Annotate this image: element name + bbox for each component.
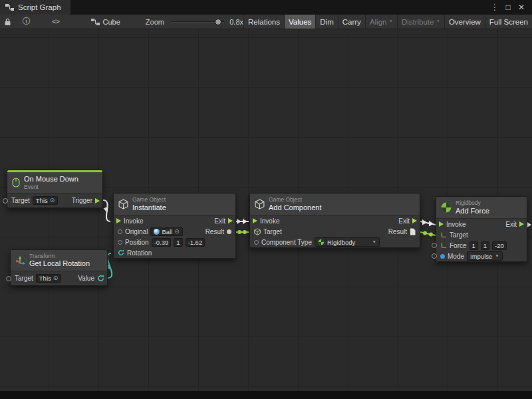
result-output-port[interactable] <box>227 229 231 234</box>
node-subtitle: Game Object <box>269 196 322 203</box>
node-add-component[interactable]: Game Object Add Component Invoke Exit Ta… <box>249 193 420 248</box>
node-title: Instantiate <box>132 203 166 212</box>
info-button[interactable]: ⓘ <box>21 16 33 28</box>
node-subtitle: Transform <box>29 253 90 259</box>
node-subtitle: Game Object <box>132 196 166 203</box>
exit-output-port[interactable] <box>412 218 417 223</box>
node-add-force[interactable]: Rigidbody Add Force Invoke Exit Target <box>436 196 527 262</box>
lock-button[interactable] <box>2 16 14 28</box>
target-input-port[interactable] <box>3 198 8 203</box>
node-header[interactable]: On Mouse Down Event <box>7 172 102 194</box>
relations-button[interactable]: Relations <box>243 15 284 29</box>
zoom-slider-thumb[interactable] <box>215 19 221 25</box>
mode-dropdown[interactable]: Impulse ▼ <box>467 251 503 261</box>
invoke-input-port[interactable] <box>439 221 444 227</box>
zoom-label: Zoom <box>146 18 164 26</box>
force-z-field[interactable]: -20 <box>492 241 507 250</box>
port-label: Target <box>15 275 33 282</box>
close-button[interactable]: ✕ <box>515 3 528 12</box>
zoom-value: 0.8x <box>229 18 243 26</box>
exit-output-port[interactable] <box>519 221 524 227</box>
object-field[interactable]: This⊙ <box>33 196 59 205</box>
node-title: Add Force <box>456 207 489 215</box>
port-row: Mode Impulse ▼ <box>436 251 527 261</box>
port-label: Target <box>11 197 30 204</box>
position-input-port[interactable] <box>118 240 122 245</box>
graph-canvas[interactable]: On Mouse Down Event Target This⊙ Trigger <box>0 29 532 399</box>
port-label: Invoke <box>446 221 466 228</box>
node-subtitle: Event <box>24 184 78 190</box>
vector-icon <box>440 242 447 249</box>
node-header[interactable]: Game Object Instantiate <box>114 194 235 215</box>
port-row: Component Type Rigidbody ▼ <box>250 237 420 247</box>
node-get-local-rotation[interactable]: Transform Get Local Rotation Target This… <box>10 249 108 286</box>
invoke-input-port[interactable] <box>253 218 257 223</box>
caret-down-icon: ▼ <box>372 240 376 245</box>
port-label: Exit <box>214 217 225 225</box>
cube-icon <box>118 199 128 209</box>
overview-button[interactable]: Overview <box>444 15 485 29</box>
code-view-button[interactable]: <> <box>50 16 62 28</box>
window-title: Script Graph <box>18 3 61 11</box>
original-input-port[interactable] <box>118 229 122 234</box>
graph-icon <box>91 18 100 26</box>
port-label: Invoke <box>124 217 143 225</box>
window-menu-button[interactable]: ⋮ <box>488 3 501 12</box>
transform-icon <box>15 255 25 265</box>
position-z-field[interactable]: -1.62 <box>186 238 205 247</box>
zoom-slider[interactable] <box>171 17 224 27</box>
rigidbody-icon <box>318 239 325 245</box>
distribute-button[interactable]: Distribute▼ <box>397 15 444 29</box>
graph-target[interactable]: Cube <box>91 18 120 26</box>
values-button[interactable]: Values <box>284 15 315 29</box>
component-type-input-port[interactable] <box>254 240 259 245</box>
invoke-input-port[interactable] <box>116 218 121 223</box>
node-on-mouse-down[interactable]: On Mouse Down Event Target This⊙ Trigger <box>7 170 103 208</box>
port-row: Target <box>436 229 527 240</box>
exit-output-port[interactable] <box>228 218 233 223</box>
canvas-bottom-edge <box>0 391 532 399</box>
result-output-port[interactable] <box>410 228 416 235</box>
rotation-output-port[interactable] <box>97 275 104 282</box>
node-instantiate[interactable]: Game Object Instantiate Invoke Exit Orig… <box>113 193 236 259</box>
port-label: Result <box>388 228 407 235</box>
dim-button[interactable]: Dim <box>315 15 337 29</box>
object-field[interactable]: Ball⊙ <box>150 227 182 236</box>
position-x-field[interactable]: -0.39 <box>152 238 172 247</box>
component-type-dropdown[interactable]: Rigidbody ▼ <box>315 237 380 247</box>
maximize-button[interactable]: □ <box>501 3 515 12</box>
port-row: Rotation <box>114 247 235 258</box>
enum-icon <box>440 254 445 259</box>
caret-down-icon: ▼ <box>495 254 499 259</box>
carry-button[interactable]: Carry <box>338 15 365 29</box>
trigger-output-port[interactable] <box>95 198 100 203</box>
force-input-port[interactable] <box>432 243 437 248</box>
rotation-input-port[interactable] <box>118 249 124 256</box>
port-row: Original Ball⊙ Result <box>114 226 235 237</box>
port-row: Target This⊙ Trigger <box>7 194 102 207</box>
port-label: Mode <box>448 253 464 260</box>
port-label: Exit <box>398 217 410 225</box>
mode-input-port[interactable] <box>432 253 437 259</box>
node-header[interactable]: Game Object Add Component <box>250 194 420 215</box>
node-header[interactable]: Rigidbody Add Force <box>436 197 527 219</box>
node-title: Get Local Rotation <box>29 259 90 268</box>
port-row: Force 1 1 -20 <box>436 240 527 251</box>
force-x-field[interactable]: 1 <box>469 241 478 250</box>
force-y-field[interactable]: 1 <box>481 241 489 250</box>
port-row: Target This⊙ Value <box>11 271 107 285</box>
fullscreen-button[interactable]: Full Screen <box>485 15 532 29</box>
axes-icon <box>440 231 447 238</box>
object-field[interactable]: This⊙ <box>36 274 62 283</box>
node-header[interactable]: Transform Get Local Rotation <box>11 250 107 271</box>
target-input-port[interactable] <box>6 276 11 281</box>
port-label: Force <box>450 242 467 249</box>
game-object-icon <box>254 228 261 235</box>
object-picker-icon: ⊙ <box>174 229 180 235</box>
window-tab[interactable]: Script Graph <box>0 0 70 15</box>
position-y-field[interactable]: 1 <box>174 238 182 247</box>
graph-target-name: Cube <box>103 18 120 26</box>
align-button[interactable]: Align▼ <box>365 15 397 29</box>
cube-icon <box>255 199 265 209</box>
object-picker-icon: ⊙ <box>50 198 55 203</box>
